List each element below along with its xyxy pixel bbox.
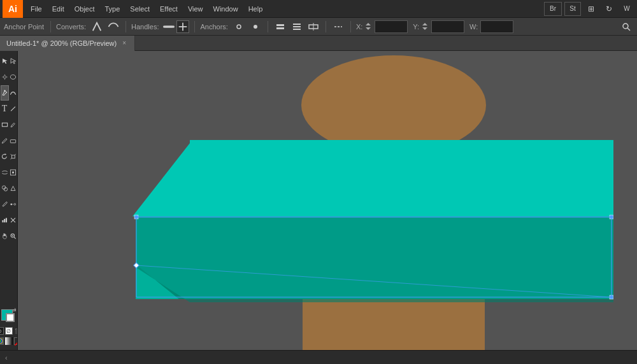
menu-effect[interactable]: Effect (155, 0, 183, 18)
y-input[interactable]: 290 px (431, 20, 464, 33)
svg-point-34 (10, 204, 12, 206)
status-arrow-left[interactable]: ‹ (5, 354, 8, 361)
svg-point-48 (301, 55, 486, 155)
zoom-tool[interactable] (9, 228, 17, 244)
slice-tool[interactable] (9, 213, 17, 228)
dist2-btn[interactable] (290, 20, 304, 34)
sep2 (125, 21, 126, 32)
warp-tool[interactable] (1, 165, 9, 180)
blend-tool[interactable] (9, 197, 17, 212)
free-transform-tool[interactable] (9, 165, 17, 180)
anchor-show-btn[interactable] (232, 20, 246, 34)
lasso-tool[interactable] (9, 69, 17, 85)
x-input[interactable]: 429 px (375, 20, 408, 33)
svg-point-35 (13, 204, 15, 206)
menu-right-area: Br St ⊞ ↻ W (544, 2, 634, 16)
eraser-tool[interactable] (9, 133, 17, 148)
search-more-btn[interactable] (619, 20, 633, 34)
dist1-btn[interactable] (273, 20, 287, 34)
svg-line-27 (10, 154, 11, 155)
doc-tab[interactable]: Untitled-1* @ 200% (RGB/Preview) × (0, 36, 135, 51)
svg-rect-0 (164, 25, 173, 28)
w-input[interactable] (480, 20, 513, 33)
svg-rect-9 (293, 24, 301, 25)
svg-rect-38 (4, 219, 5, 223)
sep1 (50, 21, 51, 32)
bridge-btn[interactable]: Br (544, 2, 562, 16)
paint-mode-row (0, 337, 18, 345)
pen-tool[interactable] (1, 85, 9, 101)
type-tool[interactable]: T (1, 101, 9, 116)
shape-tools (1, 117, 17, 132)
line-tool[interactable] (9, 101, 17, 116)
tab-close-btn[interactable]: × (120, 39, 128, 47)
grid-btn[interactable]: ⊞ (583, 2, 599, 16)
dash-btn[interactable] (331, 20, 345, 34)
ai-logo: Ai (3, 0, 23, 18)
menu-help[interactable]: Help (243, 0, 268, 18)
menu-file[interactable]: File (25, 0, 47, 18)
sep5 (326, 21, 326, 32)
sep6 (350, 21, 351, 32)
hand-tool[interactable] (1, 228, 9, 244)
brush-tool[interactable] (9, 117, 17, 132)
artwork-svg (18, 51, 613, 350)
anchor-hide-btn[interactable] (248, 20, 262, 34)
perspective-tool[interactable] (9, 181, 17, 196)
canvas-area[interactable] (18, 51, 637, 350)
menu-edit[interactable]: Edit (47, 0, 69, 18)
magic-lasso-tools (1, 69, 17, 85)
svg-point-21 (3, 76, 6, 78)
menu-window[interactable]: Window (208, 0, 243, 18)
warp-tools (1, 165, 17, 180)
eyedropper-tools (1, 197, 17, 212)
svg-rect-4 (183, 22, 184, 31)
builder-tools (1, 181, 17, 196)
magic-wand-tool[interactable] (1, 69, 9, 85)
direct-select-tool[interactable] (9, 53, 17, 69)
w-btn[interactable]: W (619, 2, 634, 16)
stroke-color-swatch[interactable] (6, 313, 15, 322)
main-area: T (0, 51, 637, 350)
svg-rect-24 (2, 123, 7, 127)
x-label: X: (356, 23, 362, 31)
menu-view[interactable]: View (183, 0, 208, 18)
svg-rect-11 (293, 29, 301, 30)
svg-rect-39 (5, 218, 6, 223)
svg-rect-31 (12, 172, 14, 174)
chart-tool[interactable] (1, 213, 9, 228)
curvature-tool[interactable] (9, 85, 17, 101)
menu-select[interactable]: Select (125, 0, 155, 18)
toolbar-colors: ⇄ ⊙ ∅ ⬛ (0, 307, 18, 347)
default-colors-btn[interactable]: ⊙ (0, 327, 4, 335)
color-icon[interactable] (0, 337, 4, 345)
stock-btn[interactable]: St (564, 2, 581, 16)
dist3-btn[interactable] (306, 20, 320, 34)
pencil-tool[interactable] (1, 133, 9, 148)
doc-tab-title: Untitled-1* @ 200% (RGB/Preview) (6, 39, 117, 47)
left-toolbar: T (0, 51, 18, 350)
scale-tool[interactable] (9, 149, 17, 164)
svg-line-29 (10, 158, 11, 159)
svg-point-5 (237, 25, 241, 29)
menu-object[interactable]: Object (69, 0, 100, 18)
convert-corner-btn[interactable] (90, 20, 104, 34)
svg-line-28 (15, 154, 15, 155)
rect-tool[interactable] (1, 117, 9, 132)
eyedropper-tool[interactable] (1, 197, 9, 212)
svg-point-2 (173, 25, 175, 28)
menu-type[interactable]: Type (100, 0, 125, 18)
menu-bar: Ai File Edit Object Type Select Effect V… (0, 0, 637, 18)
sync-btn[interactable]: ↻ (601, 2, 617, 16)
gradient-icon[interactable] (5, 337, 13, 345)
rotate-tool[interactable] (1, 149, 9, 164)
svg-rect-26 (11, 155, 15, 158)
handle-corner-btn[interactable] (176, 20, 189, 33)
convert-smooth-btn[interactable] (106, 20, 120, 34)
svg-line-41 (13, 237, 15, 239)
shape-builder-tool[interactable] (1, 181, 9, 196)
none-color-btn[interactable]: ∅ (5, 327, 13, 335)
svg-point-15 (623, 24, 628, 29)
select-tool[interactable] (1, 53, 9, 69)
handle-auto-btn[interactable] (162, 20, 175, 33)
